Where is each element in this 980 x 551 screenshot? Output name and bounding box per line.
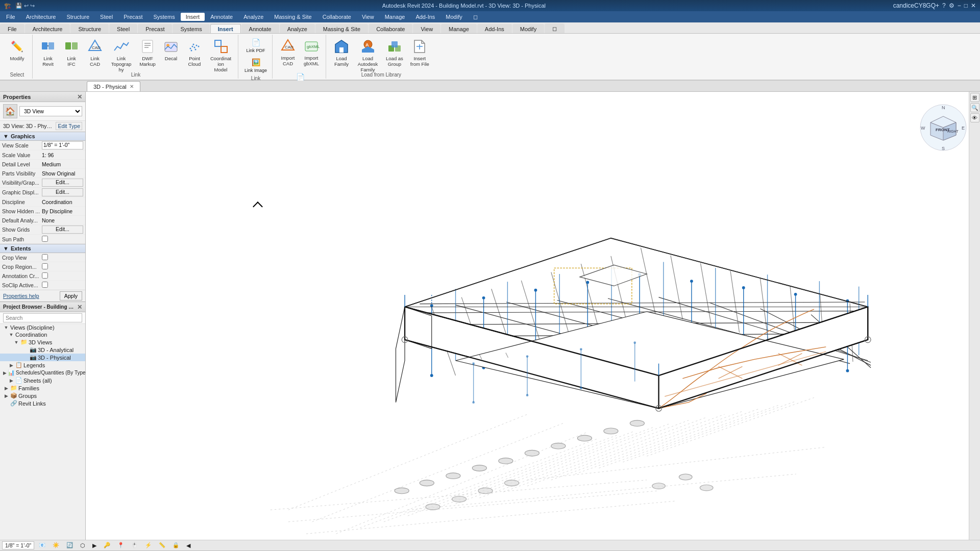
lock-icon-btn[interactable]: 🔒 [170,541,182,549]
cursor-icon-btn[interactable]: 🖱️ [129,541,140,549]
canvas-area[interactable]: .grid-line { stroke: #aaa; stroke-width:… [86,92,969,540]
link-revit-button[interactable]: LinkRevit [37,36,59,71]
viewport[interactable]: .grid-line { stroke: #aaa; stroke-width:… [86,92,969,540]
model-icon-btn[interactable]: ⬡ [78,541,88,549]
tree-item-3d-physical[interactable]: 📷 3D - Physical [0,354,85,361]
tree-item-coordination[interactable]: ▼ Coordination [0,331,85,338]
import-cad-button[interactable]: CAD ImportCAD [277,36,299,70]
ribbon-tab-insert[interactable]: Insert [210,24,241,33]
sun-icon-btn[interactable]: ☀️ [50,541,62,549]
edit-type-button[interactable]: Edit Type [56,122,82,130]
menu-item-structure[interactable]: Structure [61,13,94,21]
sheets-toggle[interactable]: ▶ [8,378,14,383]
menu-item-architecture[interactable]: Architecture [21,13,61,21]
menu-item-systems[interactable]: Systems [148,13,180,21]
load-autodesk-family-button[interactable]: A Load AutodeskFamily [354,36,382,71]
link-cad-button[interactable]: CAD LinkCAD [84,36,106,71]
ribbon-tab-modify[interactable]: Modify [512,24,544,33]
load-family-button[interactable]: LoadFamily [330,36,353,71]
ribbon-tab-annotate[interactable]: Annotate [241,24,279,33]
tree-item-legends[interactable]: ▶ 📋 Legends [0,361,85,369]
rotate-icon-btn[interactable]: 🔄 [64,541,76,549]
menu-item-file[interactable]: File [1,13,20,21]
soclip-checkbox[interactable] [42,282,48,288]
ribbon-tab-massing--site[interactable]: Massing & Site [315,24,368,33]
insert-from-file-button[interactable]: Insertfrom File [407,36,432,71]
browser-close-button[interactable]: ✕ [77,304,82,311]
ribbon-tab-systems[interactable]: Systems [173,24,209,33]
quick-access[interactable]: 💾 ↩ ↪ [15,3,35,9]
pin-icon-btn[interactable]: 📍 [115,541,127,549]
view-tab-close[interactable]: ✕ [130,84,134,89]
title-controls[interactable]: candiceCY8GQ+ ? ⚙ − □ ✕ [893,2,976,9]
browser-search-input[interactable] [3,313,82,322]
minimize-button[interactable]: − [958,2,961,9]
ribbon-tab-steel[interactable]: Steel [109,24,137,33]
families-toggle[interactable]: ▶ [3,386,9,391]
tree-item-revit-links[interactable]: 🔗 Revit Links [0,399,85,407]
ribbon-tab-add-ins[interactable]: Add-Ins [477,24,512,33]
import-gbxml-button[interactable]: gbXML ImportgbXML [300,36,323,70]
menu-item-analyze[interactable]: Analyze [238,13,268,21]
ribbon-tab-manage[interactable]: Manage [441,24,477,33]
menu-item-insert[interactable]: Insert [181,13,205,21]
back-icon-btn[interactable]: ◀ [184,541,193,549]
tree-item-3d-views[interactable]: ▼ 📁 3D Views [0,338,85,346]
tree-item-families[interactable]: ▶ 📁 Families [0,384,85,392]
3d-views-toggle[interactable]: ▼ [13,340,19,345]
menu-item-[interactable]: ◻ [468,13,483,21]
crop-view-checkbox[interactable] [42,254,48,260]
ribbon-tab-precast[interactable]: Precast [138,24,172,33]
properties-help-link[interactable]: Properties help [3,293,39,299]
link-topography-button[interactable]: LinkTopography [107,36,135,71]
right-sidebar-btn-3[interactable]: 👁 [970,113,979,122]
view-cube[interactable]: FRONT RIGHT N S W E [918,102,959,143]
ribbon-tab-[interactable]: ◻ [545,23,565,33]
view-tab-3d-physical[interactable]: 3D - Physical ✕ [87,81,140,91]
ribbon-tab-architecture[interactable]: Architecture [25,24,70,33]
ribbon-tab-view[interactable]: View [413,24,440,33]
menu-item-view[interactable]: View [357,13,379,21]
ribbon-tab-collaborate[interactable]: Collaborate [369,24,412,33]
menu-item-steel[interactable]: Steel [95,13,118,21]
close-button[interactable]: ✕ [971,2,976,9]
ribbon-tab-structure[interactable]: Structure [70,24,109,33]
ribbon-tab-file[interactable]: File [0,24,24,33]
apply-button[interactable]: Apply [60,291,82,300]
schedules-toggle[interactable]: ▶ [3,370,7,375]
link-image-button[interactable]: 🖼️ Link Image [242,56,269,74]
menu-item-massing--site[interactable]: Massing & Site [269,13,316,21]
point-cloud-button[interactable]: PointCloud [183,36,206,71]
menu-item-collaborate[interactable]: Collaborate [317,13,356,21]
menu-item-manage[interactable]: Manage [380,13,410,21]
legends-toggle[interactable]: ▶ [8,363,14,368]
type-selector[interactable]: 3D View [19,106,82,116]
tree-item-schedules[interactable]: ▶ 📊 Schedules/Quantities (By Type) [0,369,85,377]
extents-section-header[interactable]: ▼ Extents [0,244,85,253]
menu-item-annotate[interactable]: Annotate [205,13,238,21]
crop-region-checkbox[interactable] [42,263,48,269]
settings-button[interactable]: ⚙ [949,2,954,9]
measure-icon-btn[interactable]: 📏 [156,541,168,549]
views-toggle[interactable]: ▼ [3,325,9,330]
decal-button[interactable]: Decal [160,36,182,71]
coordination-model-button[interactable]: CoordinationModel [207,36,235,71]
modify-button[interactable]: ✏️ Modify [6,36,29,71]
help-button[interactable]: ? [942,2,946,9]
coordination-toggle[interactable]: ▼ [8,332,14,337]
load-as-group-button[interactable]: Load asGroup [383,36,406,71]
dwf-markup-button[interactable]: DWFMarkup [136,36,159,71]
tree-item-views[interactable]: ▼ Views (Discipline) [0,324,85,331]
link-ifc-button[interactable]: LinkIFC [60,36,83,71]
tree-item-3d-analytical[interactable]: 📷 3D - Analytical [0,346,85,354]
right-sidebar-btn-1[interactable]: ⊞ [970,93,979,102]
right-sidebar-btn-2[interactable]: 🔍 [970,103,979,112]
sun-path-checkbox[interactable] [42,236,48,242]
key-icon-btn[interactable]: 🔑 [101,541,113,549]
menu-item-modify[interactable]: Modify [440,13,467,21]
tree-item-groups[interactable]: ▶ 📦 Groups [0,392,85,399]
tree-item-sheets[interactable]: ▶ 📄 Sheets (all) [0,377,85,384]
link-pdf-button[interactable]: 📄 Link PDF [242,36,269,55]
email-icon-btn[interactable]: 📧 [36,541,48,549]
ribbon-tab-analyze[interactable]: Analyze [280,24,315,33]
